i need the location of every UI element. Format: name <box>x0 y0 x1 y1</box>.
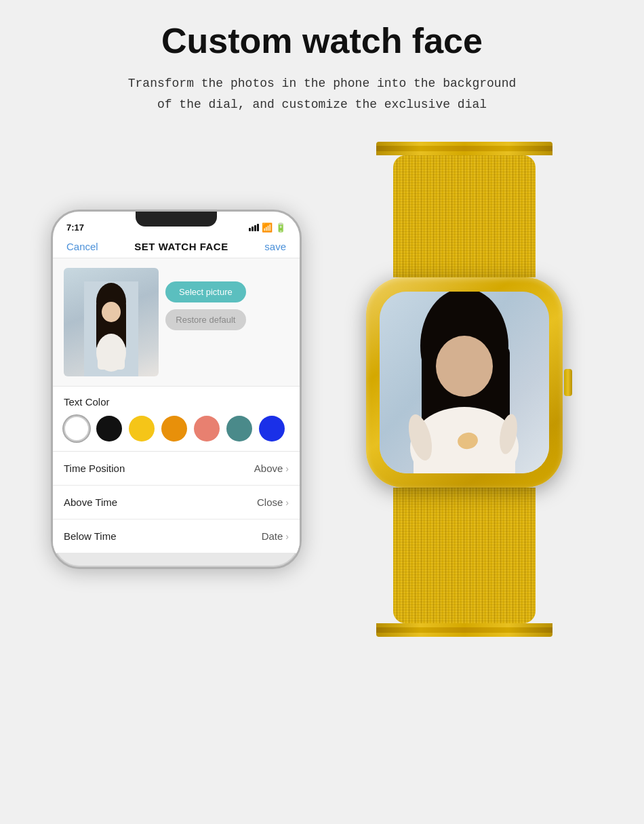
nav-title: SET WATCH FACE <box>134 241 228 252</box>
page-subtitle: Transform the photos in the phone into t… <box>128 73 517 115</box>
battery-icon: 🔋 <box>275 222 286 233</box>
band-bottom-connector <box>376 623 552 637</box>
below-time-text: Date <box>262 530 283 542</box>
cancel-button[interactable]: Cancel <box>66 241 98 252</box>
color-black[interactable] <box>96 416 122 442</box>
band-connector-bar-top <box>376 146 552 151</box>
main-content: 7:17 📶 🔋 Cancel SET WATCH <box>14 142 630 637</box>
signal-icon <box>249 224 259 231</box>
chevron-icon-3: › <box>285 531 289 542</box>
above-time-label: Above Time <box>64 496 117 508</box>
page-title: Custom watch face <box>161 20 483 61</box>
band-connector-bar-bottom <box>376 627 552 633</box>
photo-buttons: Select picture Restore default <box>165 268 246 330</box>
svg-rect-4 <box>98 342 125 370</box>
time-position-label: Time Position <box>64 463 125 474</box>
phone-nav-bar: Cancel SET WATCH FACE save <box>53 235 300 258</box>
chevron-icon: › <box>285 463 289 474</box>
color-teal[interactable] <box>226 416 252 442</box>
smartwatch <box>366 142 563 637</box>
above-time-text: Close <box>257 496 283 508</box>
time-position-value: Above › <box>254 463 289 474</box>
below-time-row[interactable]: Below Time Date › <box>53 519 300 553</box>
below-time-label: Below Time <box>64 530 117 542</box>
watch-case <box>366 277 563 488</box>
watch-screen <box>380 292 549 473</box>
color-circles <box>64 416 289 442</box>
phone-container: 7:17 📶 🔋 Cancel SET WATCH <box>51 210 302 569</box>
watch-band-bottom <box>393 488 536 623</box>
settings-list: Time Position Above › Above Time Close › <box>53 452 300 553</box>
text-color-label: Text Color <box>64 396 289 408</box>
wifi-icon: 📶 <box>262 222 273 233</box>
select-picture-button[interactable]: Select picture <box>165 281 246 302</box>
color-orange[interactable] <box>161 416 187 442</box>
text-color-section: Text Color <box>53 387 300 452</box>
status-time: 7:17 <box>66 222 84 233</box>
chevron-icon-2: › <box>285 497 289 508</box>
color-white[interactable] <box>64 416 89 442</box>
thumbnail-person <box>84 281 138 376</box>
watch-container <box>336 142 593 637</box>
watch-crown <box>564 369 572 396</box>
photo-section: Select picture Restore default <box>53 258 300 387</box>
time-position-text: Above <box>254 463 283 474</box>
phone-body: Select picture Restore default Text Colo… <box>53 258 300 553</box>
band-top-connector <box>376 142 552 155</box>
photo-thumbnail <box>64 268 159 376</box>
watch-display <box>380 292 549 473</box>
save-button[interactable]: save <box>264 241 286 252</box>
color-salmon[interactable] <box>194 416 220 442</box>
phone: 7:17 📶 🔋 Cancel SET WATCH <box>51 210 302 569</box>
svg-point-5 <box>102 302 121 322</box>
phone-notch-area: 7:17 📶 🔋 <box>53 212 300 235</box>
above-time-value: Close › <box>257 496 289 508</box>
above-time-row[interactable]: Above Time Close › <box>53 486 300 519</box>
status-icons: 📶 🔋 <box>249 222 286 233</box>
restore-default-button[interactable]: Restore default <box>165 309 246 330</box>
below-time-value: Date › <box>262 530 289 542</box>
color-yellow[interactable] <box>129 416 155 442</box>
phone-notch <box>136 212 217 227</box>
time-position-row[interactable]: Time Position Above › <box>53 452 300 486</box>
watch-band-top <box>393 155 536 277</box>
svg-point-14 <box>436 336 493 397</box>
color-blue[interactable] <box>259 416 285 442</box>
